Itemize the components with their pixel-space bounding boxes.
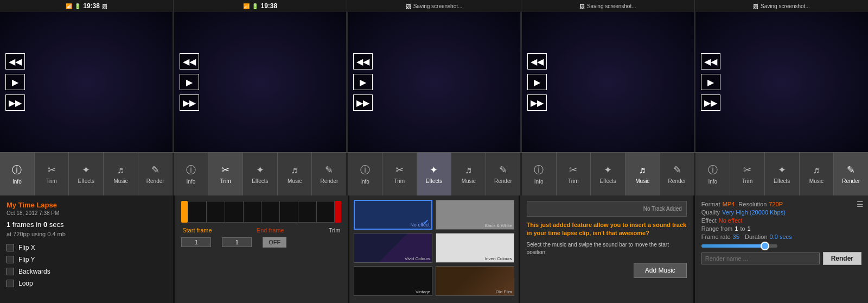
- tab-effects-4[interactable]: ✦ Effects: [591, 153, 626, 195]
- render-effect-row: Effect No effect: [701, 217, 861, 224]
- video-panel-5: ◀◀ ▶ ▶▶: [695, 12, 868, 152]
- effect-item-bw[interactable]: Black & White: [436, 200, 514, 230]
- panel-trim: Start frame End frame Trim OFF: [175, 195, 349, 303]
- duration-value: 0.0 secs: [770, 233, 792, 240]
- video-row: ◀◀ ▶ ▶▶ ◀◀ ▶ ▶▶ ◀◀ ▶ ▶▶ ◀◀ ▶ ▶▶: [0, 12, 868, 152]
- tab-info-4[interactable]: ⓘ Info: [522, 153, 557, 195]
- ffwd-btn-2[interactable]: ▶▶: [180, 94, 199, 111]
- ffwd-btn-1[interactable]: ▶▶: [5, 94, 25, 111]
- effect-item-oldfilm[interactable]: Old Film: [436, 266, 514, 296]
- trim-start-input[interactable]: [181, 237, 211, 247]
- music-icon-3: ♬: [465, 165, 473, 176]
- ffwd-btn-3[interactable]: ▶▶: [353, 94, 373, 111]
- flipx-checkbox[interactable]: [7, 244, 14, 251]
- info-icon-1: ⓘ: [12, 163, 22, 176]
- play-btn-5[interactable]: ▶: [701, 74, 720, 90]
- trim-handle-left[interactable]: [181, 201, 188, 223]
- tab-trim-1[interactable]: ✂ Trim: [35, 153, 69, 195]
- tab-music-1[interactable]: ♬ Music: [104, 153, 138, 195]
- format-label: Format: [701, 201, 720, 207]
- rewind-btn-3[interactable]: ◀◀: [353, 53, 373, 70]
- rewind-btn-4[interactable]: ◀◀: [527, 53, 547, 70]
- effect-item-invert[interactable]: Invert Colours: [436, 233, 514, 263]
- tab-info-2[interactable]: ⓘ Info: [174, 153, 209, 195]
- tab-info-1[interactable]: ⓘ Info: [0, 153, 35, 195]
- trim-handle-right[interactable]: [335, 201, 341, 223]
- rewind-btn-5[interactable]: ◀◀: [701, 53, 720, 70]
- video-panel-4: ◀◀ ▶ ▶▶: [522, 12, 696, 152]
- tab-music-5[interactable]: ♬ Music: [800, 153, 834, 195]
- render-framerate-row: Frame rate 35 Duration 0.0 secs: [701, 233, 861, 240]
- info-date: Oct 18, 2012 7:38 PM: [7, 210, 167, 216]
- tab-trim-3[interactable]: ✂ Trim: [382, 153, 417, 195]
- info-option-flipy: Flip Y: [7, 256, 167, 263]
- menu-icon[interactable]: ☰: [857, 200, 864, 209]
- panel-render: ☰ Format MP4 Resolution 720P Quality Ver…: [695, 195, 868, 303]
- tab-render-5[interactable]: ✎ Render: [834, 153, 868, 195]
- render-name-input[interactable]: [701, 252, 820, 264]
- tab-render-2[interactable]: ✎ Render: [312, 153, 346, 195]
- tab-music-4[interactable]: ♬ Music: [626, 153, 660, 195]
- info-icon-4: ⓘ: [534, 163, 544, 176]
- play-btn-4[interactable]: ▶: [527, 74, 547, 90]
- tab-trim-label-5: Trim: [742, 178, 753, 184]
- framerate-label: Frame rate: [701, 233, 731, 240]
- play-btn-2[interactable]: ▶: [180, 74, 199, 90]
- tab-trim-5[interactable]: ✂ Trim: [730, 153, 765, 195]
- render-slider-thumb[interactable]: [761, 242, 769, 250]
- status-bars: 📶 🔋 19:38 🖼 📶 🔋 19:38 🖼 Saving screensho…: [0, 0, 868, 12]
- tab-music-label-2: Music: [288, 178, 302, 184]
- effects-icon-5: ✦: [778, 164, 786, 176]
- signal-icon-2: 📶: [243, 3, 250, 9]
- tab-effects-1[interactable]: ✦ Effects: [69, 153, 104, 195]
- tab-render-1[interactable]: ✎ Render: [138, 153, 173, 195]
- tab-render-3[interactable]: ✎ Render: [486, 153, 520, 195]
- effect-item-vivid[interactable]: Vivid Colours: [354, 233, 432, 263]
- tab-info-5[interactable]: ⓘ Info: [695, 153, 730, 195]
- trim-end-input[interactable]: [222, 237, 252, 247]
- render-button[interactable]: Render: [823, 252, 861, 265]
- trim-toggle-btn[interactable]: OFF: [263, 237, 286, 248]
- render-slider[interactable]: [701, 244, 777, 248]
- flipy-checkbox[interactable]: [7, 256, 14, 263]
- ffwd-btn-5[interactable]: ▶▶: [701, 94, 720, 111]
- tab-trim-label-1: Trim: [46, 178, 57, 184]
- tab-music-2[interactable]: ♬ Music: [278, 153, 312, 195]
- quality-label: Quality: [701, 209, 720, 216]
- effect-label: Effect: [701, 217, 717, 224]
- tab-trim-2[interactable]: ✂ Trim: [208, 153, 243, 195]
- resolution-value: 720P: [769, 201, 783, 207]
- trim-labels: Start frame End frame Trim: [181, 227, 341, 233]
- range-label: Range from: [701, 225, 732, 232]
- rewind-btn-2[interactable]: ◀◀: [180, 53, 199, 70]
- info-option-flipx: Flip X: [7, 244, 167, 251]
- loop-checkbox[interactable]: [7, 280, 14, 287]
- tab-effects-5[interactable]: ✦ Effects: [765, 153, 800, 195]
- video-controls-3: ◀◀ ▶ ▶▶: [353, 53, 373, 111]
- render-name-row: Render: [701, 252, 861, 265]
- backwards-checkbox[interactable]: [7, 268, 14, 275]
- music-highlight-text: This just added feature allow you to ins…: [527, 221, 687, 238]
- ffwd-btn-4[interactable]: ▶▶: [527, 94, 547, 111]
- info-frames: 1 frames in 0 secs: [7, 220, 167, 229]
- tab-render-label-5: Render: [842, 178, 860, 184]
- tab-effects-2[interactable]: ✦ Effects: [243, 153, 278, 195]
- music-icon-5: ♬: [813, 165, 820, 176]
- tab-render-4[interactable]: ✎ Render: [660, 153, 694, 195]
- tab-effects-3[interactable]: ✦ Effects: [417, 153, 452, 195]
- tab-info-3[interactable]: ⓘ Info: [348, 153, 382, 195]
- trim-inputs: OFF: [181, 237, 341, 248]
- effect-label-bw: Black & White: [485, 223, 512, 228]
- tab-trim-4[interactable]: ✂ Trim: [557, 153, 591, 195]
- tab-music-3[interactable]: ♬ Music: [451, 153, 486, 195]
- toolbar-panel-3: ⓘ Info ✂ Trim ✦ Effects ♬ Music ✎ Render: [348, 153, 522, 195]
- play-btn-1[interactable]: ▶: [5, 74, 25, 90]
- effect-item-vintage[interactable]: Vintage: [354, 266, 432, 296]
- effect-label-oldfilm: Old Film: [496, 289, 512, 294]
- effect-item-noeffect[interactable]: No effect ✔: [354, 200, 432, 230]
- rewind-btn-1[interactable]: ◀◀: [5, 53, 25, 70]
- panel-music: No Track Added This just added feature a…: [520, 195, 695, 303]
- play-btn-3[interactable]: ▶: [353, 74, 373, 90]
- panel-effects: No effect ✔ Black & White Vivid Colours …: [349, 195, 520, 303]
- add-music-button[interactable]: Add Music: [634, 263, 687, 278]
